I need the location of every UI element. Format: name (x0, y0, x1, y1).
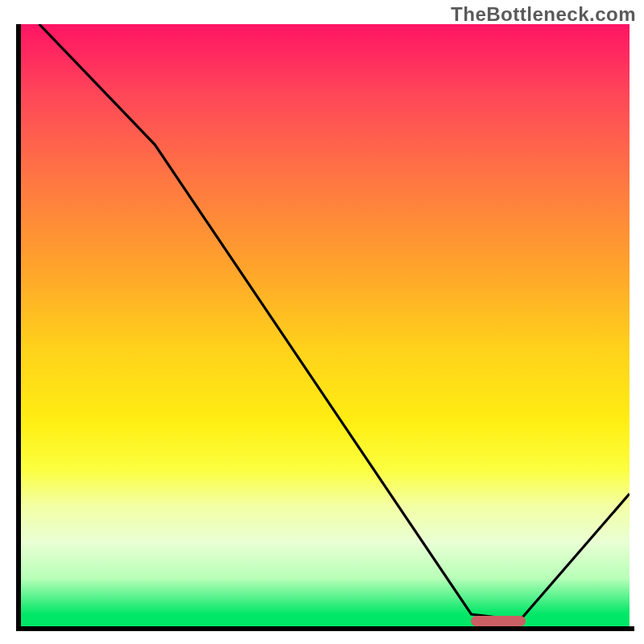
chart-plot-area (21, 24, 630, 626)
watermark-text: TheBottleneck.com (451, 3, 636, 26)
bottleneck-curve (21, 24, 630, 626)
curve-path (39, 24, 630, 621)
optimal-range-marker (471, 616, 526, 626)
x-axis (16, 626, 634, 631)
y-axis (16, 24, 21, 631)
